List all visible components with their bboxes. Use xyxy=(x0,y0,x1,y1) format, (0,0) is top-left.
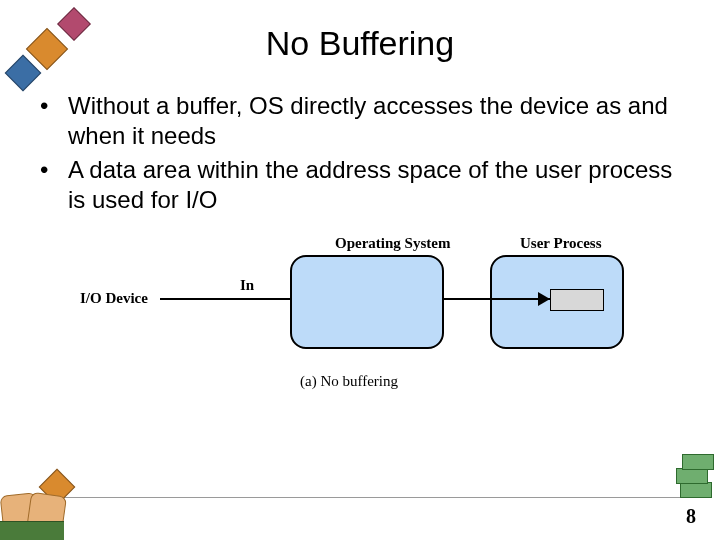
block-icon xyxy=(676,468,708,484)
diagram-line xyxy=(442,298,550,300)
diagram-os-box xyxy=(290,255,444,349)
footer-divider xyxy=(60,497,700,499)
cube-icon xyxy=(5,55,42,92)
cube-icon xyxy=(57,7,91,41)
diagram-label-in: In xyxy=(240,277,254,294)
diagram-caption: (a) No buffering xyxy=(300,373,398,390)
diagram-label-user-process: User Process xyxy=(520,235,602,252)
diagram-label-os: Operating System xyxy=(335,235,450,252)
bullet-text: Without a buffer, OS directly accesses t… xyxy=(68,91,680,151)
decorative-cubes-top-left xyxy=(4,4,114,94)
bullet-dot-icon: • xyxy=(40,91,68,151)
diagram-data-area-rect xyxy=(550,289,604,311)
decorative-footer xyxy=(0,460,720,540)
buffering-diagram: Operating System User Process I/O Device… xyxy=(80,235,640,395)
block-icon xyxy=(682,454,714,470)
bullet-text: A data area within the address space of … xyxy=(68,155,680,215)
decorative-blocks-bottom-right xyxy=(674,438,714,498)
page-number: 8 xyxy=(686,505,696,528)
bullet-list: • Without a buffer, OS directly accesses… xyxy=(40,91,680,215)
sleeve-icon xyxy=(26,521,64,540)
bullet-item: • Without a buffer, OS directly accesses… xyxy=(40,91,680,151)
arrow-right-icon xyxy=(538,292,550,306)
diagram-line xyxy=(160,298,290,300)
bullet-item: • A data area within the address space o… xyxy=(40,155,680,215)
diagram-label-io-device: I/O Device xyxy=(80,290,148,307)
bullet-dot-icon: • xyxy=(40,155,68,215)
block-icon xyxy=(680,482,712,498)
